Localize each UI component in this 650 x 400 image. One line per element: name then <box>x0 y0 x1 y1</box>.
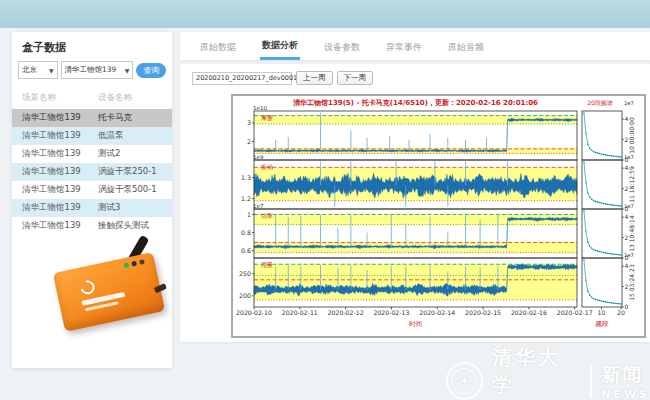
svg-text:2020-02-17: 2020-02-17 <box>557 309 593 316</box>
table-row[interactable]: 清华工物馆139低温泵 <box>12 127 172 145</box>
row-site: 清华工物馆139 <box>22 202 98 214</box>
svg-text:0.6: 0.6 <box>241 247 251 254</box>
row-device: 托卡马克 <box>98 112 132 124</box>
device-photo <box>52 236 177 336</box>
site-select-value: 清华工物馆139 <box>65 65 117 75</box>
tsinghua-watermark: ✦ 清华大学 Tsinghua University 新闻 NEWS <box>446 344 650 400</box>
tab-active[interactable]: 数据分析 <box>260 32 300 60</box>
chart-figure: 摩擦1e1023振动1e91.21.3功率1e70.60.81用量2002502… <box>231 94 646 338</box>
device-connector <box>154 283 167 293</box>
watermark-cn: 清华大学 <box>492 344 581 398</box>
table-row[interactable]: 清华工物馆139托卡马克 <box>12 109 172 127</box>
analysis-chart: 摩擦1e1023振动1e91.21.3功率1e70.60.81用量2002502… <box>233 96 644 336</box>
row-site: 清华工物馆139 <box>22 130 98 142</box>
tab-item[interactable]: 原始音频 <box>446 34 486 59</box>
svg-text:2020-02-12: 2020-02-12 <box>328 309 364 316</box>
svg-text:13 10:48:14: 13 10:48:14 <box>628 215 635 252</box>
svg-text:摩擦: 摩擦 <box>261 114 273 122</box>
row-device: 涡旋干泵250-1 <box>98 166 157 178</box>
svg-text:1e7: 1e7 <box>624 154 634 160</box>
site-select[interactable]: 清华工物馆139 ▼ <box>61 61 134 79</box>
prev-week-button[interactable]: 上一周 <box>296 71 333 85</box>
row-device: 测试2 <box>98 148 120 160</box>
table-row[interactable]: 清华工物馆139测试3 <box>12 199 172 217</box>
svg-text:清华工物馆139(5) - 托卡马克(14/6510)，更新: 清华工物馆139(5) - 托卡马克(14/6510)，更新：2020-02-1… <box>293 98 538 107</box>
column-header-device: 设备名称 <box>98 92 132 104</box>
row-device: 涡旋干泵500-1 <box>98 184 157 196</box>
sidebar-controls: 北京 ▼ 清华工物馆139 ▼ 查询 <box>12 61 172 87</box>
svg-text:2020-02-10: 2020-02-10 <box>236 309 272 316</box>
vendor-logo-icon <box>78 278 97 297</box>
tab-bar: 原始数据数据分析设备参数异常事件原始音频 <box>180 32 650 60</box>
svg-text:1e7: 1e7 <box>624 100 634 106</box>
row-site: 清华工物馆139 <box>22 112 98 124</box>
row-device: 接触探头测试 <box>98 220 149 232</box>
chevron-down-icon: ▼ <box>125 67 130 74</box>
svg-text:2020-02-13: 2020-02-13 <box>373 309 409 316</box>
svg-text:0: 0 <box>625 303 629 310</box>
svg-text:1e7: 1e7 <box>624 203 634 209</box>
svg-text:时间: 时间 <box>409 320 422 328</box>
row-device: 测试3 <box>98 202 120 214</box>
next-week-button[interactable]: 下一周 <box>337 71 374 85</box>
row-site: 清华工物馆139 <box>22 166 98 178</box>
led-dark <box>131 261 137 267</box>
led-green <box>123 262 129 268</box>
svg-text:2: 2 <box>247 138 251 145</box>
analysis-panel: 20200210_20200217_dev00014 ▼ 上一周 下一周 摩擦1… <box>180 64 650 342</box>
watermark-news-en: NEWS <box>601 388 650 400</box>
row-site: 清华工物馆139 <box>22 184 98 196</box>
region-select[interactable]: 北京 ▼ <box>18 61 58 79</box>
search-button[interactable]: 查询 <box>136 63 166 78</box>
svg-text:3: 3 <box>247 119 251 126</box>
svg-text:0.8: 0.8 <box>241 229 251 236</box>
svg-text:振动: 振动 <box>261 163 273 170</box>
device-table: 清华工物馆139托卡马克清华工物馆139低温泵清华工物馆139测试2清华工物馆1… <box>12 109 172 235</box>
device-table-header: 场景名称 设备名称 <box>12 87 172 109</box>
led-amber <box>139 259 145 265</box>
svg-text:1.3: 1.3 <box>241 174 251 181</box>
svg-text:用量: 用量 <box>261 261 273 269</box>
table-row[interactable]: 清华工物馆139接触探头测试 <box>12 217 172 235</box>
svg-text:1: 1 <box>247 211 251 218</box>
table-row[interactable]: 清华工物馆139测试2 <box>12 145 172 163</box>
svg-text:1.2: 1.2 <box>241 195 251 202</box>
tab-item[interactable]: 原始数据 <box>198 34 238 59</box>
row-site: 清华工物馆139 <box>22 220 98 232</box>
top-banner <box>0 0 650 28</box>
svg-text:频段: 频段 <box>595 320 610 328</box>
sidebar-title: 盒子数据 <box>12 32 172 61</box>
chevron-down-icon: ▼ <box>49 67 54 74</box>
svg-text:10: 10 <box>598 309 606 316</box>
device-body <box>53 252 165 332</box>
table-row[interactable]: 清华工物馆139涡旋干泵500-1 <box>12 181 172 199</box>
chart-controls: 20200210_20200217_dev00014 ▼ 上一周 下一周 <box>192 71 373 85</box>
dataset-select[interactable]: 20200210_20200217_dev00014 ▼ <box>192 72 292 85</box>
svg-text:2020-02-11: 2020-02-11 <box>282 309 318 316</box>
watermark-divider <box>590 364 592 398</box>
svg-text:250: 250 <box>239 270 251 277</box>
column-header-site: 场景名称 <box>22 92 98 104</box>
watermark-news-cn: 新闻 <box>601 362 650 388</box>
region-select-value: 北京 <box>22 65 37 75</box>
svg-text:20: 20 <box>617 309 625 316</box>
tab-item[interactable]: 异常事件 <box>384 34 424 59</box>
svg-text:2020-02-14: 2020-02-14 <box>419 309 455 316</box>
row-site: 清华工物馆139 <box>22 148 98 160</box>
device-led-indicators <box>123 259 145 268</box>
svg-text:1e9: 1e9 <box>253 154 264 160</box>
svg-text:1e7: 1e7 <box>253 203 264 209</box>
svg-text:2020-02-16: 2020-02-16 <box>511 309 547 316</box>
svg-text:15 03:24:23: 15 03:24:23 <box>628 264 635 301</box>
svg-text:11 18:12:59: 11 18:12:59 <box>628 166 635 203</box>
row-device: 低温泵 <box>98 130 124 142</box>
tab-item[interactable]: 设备参数 <box>322 34 362 59</box>
svg-text:功率: 功率 <box>261 212 273 219</box>
svg-text:1e7: 1e7 <box>624 252 634 258</box>
svg-text:2020-02-15: 2020-02-15 <box>465 309 501 316</box>
tsinghua-seal-icon: ✦ <box>446 362 483 400</box>
svg-text:1e10: 1e10 <box>253 105 267 111</box>
table-row[interactable]: 清华工物馆139涡旋干泵250-1 <box>12 163 172 181</box>
svg-text:20段频谱: 20段频谱 <box>587 99 613 107</box>
dataset-select-value: 20200210_20200217_dev00014 <box>196 74 301 82</box>
